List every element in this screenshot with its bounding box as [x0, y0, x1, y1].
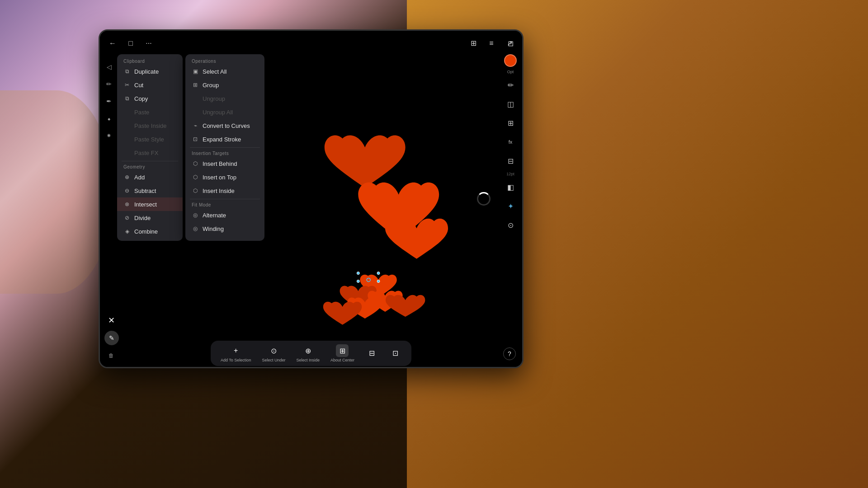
insert-on-top-icon: ⬡ [192, 174, 199, 181]
selection-tools-group: + Add To Selection ⊙ Select Under ⊕ Sele… [211, 341, 411, 366]
delete-button[interactable]: 🗑 [104, 349, 118, 362]
select-inside-icon: ⊕ [302, 344, 314, 357]
insertion-targets-label: Insertion Targets [185, 149, 264, 157]
transform-1-icon: ⊟ [365, 347, 378, 359]
cut-icon: ✂ [123, 81, 131, 89]
pt-label: 12pt [506, 172, 514, 176]
combine-item[interactable]: ◈ Combine [117, 225, 183, 238]
add-item[interactable]: ⊕ Add [117, 170, 183, 184]
intersect-item[interactable]: ⊗ Intersect [117, 197, 183, 211]
layers-button[interactable]: ◫ [502, 96, 519, 112]
sparkle-button[interactable]: ✦ [502, 198, 519, 214]
divide-item[interactable]: ⊘ Divide [117, 211, 183, 225]
grid-settings-button[interactable]: ⊞ [502, 115, 519, 131]
paste-item: Paste [117, 105, 183, 119]
about-center-icon: ⊞ [336, 344, 349, 357]
add-to-selection-button[interactable]: + Add To Selection [217, 343, 255, 363]
transform-1-button[interactable]: ⊟ [362, 346, 382, 361]
left-tool-3[interactable]: ✒ [102, 94, 116, 108]
left-tool-2[interactable]: ✏ [102, 77, 116, 91]
combine-icon: ◈ [123, 228, 131, 235]
paste-style-item: Paste Style [117, 132, 183, 146]
select-under-button[interactable]: ⊙ Select Under [258, 343, 289, 363]
duplicate-item[interactable]: ⧉ Duplicate [117, 65, 183, 78]
convert-icon: ⌁ [192, 122, 199, 129]
divide-icon: ⊘ [123, 214, 131, 221]
menu-divider-3 [190, 199, 260, 199]
select-inside-button[interactable]: ⊕ Select Inside [292, 343, 323, 363]
grid-button[interactable]: ⊞ [466, 36, 481, 51]
align-button[interactable]: ⊟ [502, 153, 519, 169]
insert-inside-icon: ⬡ [192, 187, 199, 194]
expand-stroke-item[interactable]: ⊡ Expand Stroke [185, 132, 264, 146]
back-button[interactable]: ← [105, 36, 120, 51]
help-button[interactable]: ? [503, 347, 516, 360]
paste-icon [123, 108, 131, 116]
color-button[interactable] [504, 54, 517, 67]
clipboard-section-label: Clipboard [117, 57, 183, 65]
add-to-selection-icon: + [230, 344, 242, 357]
ungroup-all-icon [192, 108, 199, 116]
pen-tool-button[interactable]: ✏ [502, 77, 519, 93]
svg-point-2 [377, 272, 380, 275]
group-item[interactable]: ⊞ Group [185, 78, 264, 92]
select-under-label: Select Under [262, 358, 285, 362]
intersect-icon: ⊗ [123, 201, 131, 208]
cut-item[interactable]: ✂ Cut [117, 78, 183, 92]
about-center-label: About Center [330, 358, 354, 362]
new-button[interactable]: □ [123, 36, 138, 51]
ungroup-all-item: Ungroup All [185, 105, 264, 119]
transform-2-icon: ⊡ [389, 347, 401, 359]
insert-inside-item[interactable]: ⬡ Insert Inside [185, 184, 264, 197]
insert-behind-item[interactable]: ⬡ Insert Behind [185, 157, 264, 170]
copy-icon: ⧉ [123, 95, 131, 102]
pencil-active-button[interactable]: ✎ [104, 331, 119, 345]
fx-button[interactable]: fx [502, 134, 519, 150]
left-tool-5[interactable]: ⁕ [102, 129, 116, 142]
convert-to-curves-item[interactable]: ⌁ Convert to Curves [185, 119, 264, 132]
subtract-item[interactable]: ⊖ Subtract [117, 184, 183, 197]
top-toolbar: ← □ ··· ⊞ ≡ ↗ [100, 31, 522, 56]
insert-behind-icon: ⬡ [192, 160, 199, 167]
add-to-selection-label: Add To Selection [221, 358, 251, 362]
transform-2-button[interactable]: ⊡ [385, 346, 405, 361]
table-button[interactable]: ≡ [484, 36, 499, 51]
expand-stroke-icon: ⊡ [192, 136, 199, 143]
opt-label: Opt [507, 70, 514, 74]
paste-inside-icon [123, 122, 131, 129]
svg-point-3 [357, 280, 359, 282]
close-button[interactable]: ✕ [104, 314, 118, 327]
menu-divider-2 [190, 147, 260, 148]
alternate-item[interactable]: ◎ Alternate [185, 208, 264, 222]
winding-item[interactable]: ◎ Winding [185, 222, 264, 235]
svg-point-1 [357, 272, 359, 275]
paste-fx-icon [123, 149, 131, 156]
history-button[interactable]: ⊙ [502, 217, 519, 233]
select-all-item[interactable]: ▣ Select All [185, 65, 264, 78]
insert-on-top-item[interactable]: ⬡ Insert on Top [185, 170, 264, 184]
left-tool-1[interactable]: ◁ [102, 60, 116, 74]
screenshot-button[interactable]: ⊡ [502, 35, 519, 52]
more-button[interactable]: ··· [142, 36, 156, 51]
duplicate-icon: ⧉ [123, 68, 131, 75]
loading-spinner [477, 192, 491, 206]
geometry-section-label: Geometry [117, 163, 183, 170]
ungroup-item: Ungroup [185, 92, 264, 105]
mask-button[interactable]: ◧ [502, 179, 519, 195]
select-all-icon: ▣ [192, 68, 199, 75]
hand-area [0, 90, 113, 294]
canvas-area[interactable]: ← □ ··· ⊞ ≡ ↗ ◁ ✏ ✒ ⬥ ⁕ Clipboard ⧉ Dupl… [100, 31, 522, 367]
svg-point-0 [367, 278, 370, 282]
group-icon: ⊞ [192, 81, 199, 89]
copy-item[interactable]: ⧉ Copy [117, 92, 183, 105]
add-geometry-icon: ⊕ [123, 174, 131, 181]
subtract-icon: ⊖ [123, 187, 131, 194]
paste-fx-item: Paste FX [117, 146, 183, 160]
clipboard-geometry-menu: Clipboard ⧉ Duplicate ✂ Cut ⧉ Copy Paste [117, 54, 183, 241]
operations-menu: Operations ▣ Select All ⊞ Group Ungroup … [185, 54, 264, 241]
left-tool-4[interactable]: ⬥ [102, 112, 116, 125]
about-center-button[interactable]: ⊞ About Center [327, 343, 358, 363]
paste-style-icon [123, 136, 131, 143]
paste-inside-item: Paste Inside [117, 119, 183, 132]
tablet-frame: ← □ ··· ⊞ ≡ ↗ ◁ ✏ ✒ ⬥ ⁕ Clipboard ⧉ Dupl… [99, 29, 524, 368]
